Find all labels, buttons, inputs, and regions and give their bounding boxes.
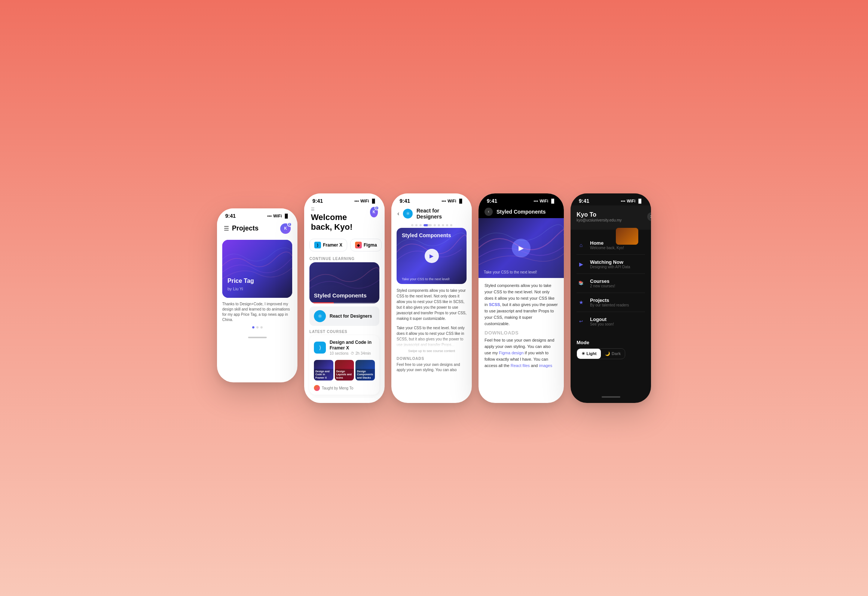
courses-title: Courses: [590, 278, 615, 284]
battery-icon-4: ▐▌: [550, 199, 556, 203]
course-info-1: Design and Code in Framer X 10 sections …: [330, 340, 375, 355]
scss-link: SCSS: [489, 302, 500, 307]
user-info: Kyo To kyo@ucsiuniversity.edu.my: [577, 211, 622, 222]
pdot-6: [442, 224, 444, 226]
dot-2: [256, 326, 259, 328]
pagination-dots: [217, 326, 297, 328]
user-avatar-1[interactable]: K 2: [280, 223, 291, 234]
back-icon-3[interactable]: ‹: [397, 210, 399, 217]
phone-menu: 9:41 ▪▪▪ WiFi ▐▌ Kyo To kyo@ucsiuniversi…: [571, 193, 651, 403]
menu-item-watching[interactable]: ▶ Watching Now Designing with API Data: [577, 255, 645, 274]
status-bar-3: 9:41 ▪▪▪ WiFi ▐▌: [391, 193, 472, 205]
downloads-label: DOWNLOADS: [397, 357, 467, 361]
user-avatar-2[interactable]: K 2: [370, 207, 378, 217]
projects-icon: ★: [577, 298, 586, 307]
dark-mode-button[interactable]: 🌙 Dark: [601, 349, 625, 359]
mode-section: Mode ☀ Light 🌙 Dark: [571, 334, 651, 365]
styled-body: Styled components allow you to take your…: [479, 278, 564, 377]
status-time-2: 9:41: [312, 198, 323, 204]
hamburger-area: ☰: [311, 207, 370, 212]
react-files-link[interactable]: React files: [511, 363, 530, 368]
pdot-7: [446, 224, 448, 226]
video-subtitle: Take your CSS to the next level!: [402, 277, 450, 281]
mode-label: Mode: [577, 340, 645, 345]
thumb-2: Design Layouts and Icons: [335, 360, 354, 380]
status-bar-1: 9:41 ▪▪▪ WiFi ▐▌: [217, 208, 297, 220]
play-button-3[interactable]: ▶: [425, 249, 439, 263]
instructor-1: Taught by Meng To: [309, 383, 379, 395]
battery-icon-3: ▐▌: [458, 199, 464, 203]
welcome-header: ☰ Welcome back, Kyo! K 2: [304, 205, 385, 236]
pdot-8: [450, 224, 452, 226]
thumb-label-1: Design and Code in Framer X: [314, 369, 333, 380]
phone-styled-components: 9:41 ▪▪▪ WiFi ▐▌ ‹ Styled Components ▶ T…: [479, 193, 564, 403]
back-button-4[interactable]: ‹: [485, 208, 493, 216]
course-title-1: Design and Code in Framer X: [330, 340, 375, 351]
pdot-2: [415, 224, 418, 226]
styled-nav-title: Styled Components: [496, 209, 545, 215]
projects-title: Projects: [232, 224, 259, 232]
projects-menu-title: Projects: [590, 297, 629, 303]
thumb-label-2: Design Layouts and Icons: [335, 369, 354, 380]
progress-bar: [309, 302, 379, 303]
status-time-5: 9:41: [579, 198, 589, 204]
course-card-2[interactable]: ◈ Design System in Figma 10 sections ⏱ 2…: [309, 398, 379, 403]
pdot-1: [411, 224, 413, 226]
tab-framer-label: Framer X: [323, 242, 342, 248]
styled-nav: ‹ Styled Components: [479, 205, 564, 218]
battery-icon: ▐▌: [283, 214, 289, 218]
menu-item-projects[interactable]: ★ Projects By our talented readers: [577, 293, 645, 312]
pdot-4: [434, 224, 436, 226]
instructor-name-1: Taught by Meng To: [322, 386, 353, 390]
sub-card-title: React for Designers: [330, 314, 372, 319]
greeting-text: Welcome back, Kyo!: [311, 213, 370, 232]
continue-learning-card[interactable]: Styled Components: [309, 262, 379, 303]
menu-item-courses[interactable]: 📚 Courses 2 new courses!: [577, 274, 645, 293]
course-content: Styled components allow you to take your…: [391, 284, 472, 325]
downloads-text: Feel free to use your own designs and ap…: [397, 362, 467, 373]
wifi-icon-5: WiFi: [627, 199, 635, 203]
dot-1: [252, 326, 254, 328]
navigation-menu: ⌂ Home Welcome back, Kyo! ▶ Watching Now…: [571, 236, 651, 331]
swipe-hint: Swipe up to see course content: [391, 348, 472, 354]
figma-design-link[interactable]: Figma design: [499, 351, 524, 355]
tab-framer[interactable]: ⟩ Framer X: [309, 239, 347, 251]
continue-card-title: Styled Components: [314, 292, 367, 299]
react-designers-card[interactable]: ⚛ React for Designers: [309, 306, 379, 326]
menu-item-logout[interactable]: ↩ Logout See you soon!: [577, 312, 645, 331]
phones-container: 9:41 ▪▪▪ WiFi ▐▌ ☰ Projects K 2: [202, 171, 666, 425]
downloads-section: DOWNLOADS Feel free to use your own desi…: [391, 354, 472, 375]
images-link[interactable]: images: [539, 363, 552, 368]
courses-icon: 📚: [577, 279, 586, 288]
projects-header: ☰ Projects K 2: [217, 220, 297, 238]
video-section[interactable]: Styled Components ▶ Take your CSS to the…: [397, 228, 467, 284]
signal-icon: ▪▪▪: [268, 214, 272, 218]
wifi-icon-2: WiFi: [360, 199, 369, 203]
status-bar-4: 9:41 ▪▪▪ WiFi ▐▌: [479, 193, 564, 205]
phone-projects: 9:41 ▪▪▪ WiFi ▐▌ ☰ Projects K 2: [217, 208, 297, 382]
status-time-3: 9:41: [400, 198, 410, 204]
moon-icon: 🌙: [605, 351, 610, 356]
react-icon-small: ⚛: [314, 310, 326, 322]
signal-icon-4: ▪▪▪: [534, 199, 538, 203]
latest-courses-label: LATEST COURSES: [304, 326, 385, 335]
menu-icon[interactable]: ☰: [224, 225, 229, 232]
course-nav-title: React for Designers: [416, 208, 466, 220]
thumb-3: Design Components and Stacks: [355, 360, 375, 380]
close-button[interactable]: ✕: [647, 212, 651, 221]
progress-fill: [309, 302, 334, 303]
home-indicator: [217, 333, 297, 343]
light-mode-button[interactable]: ☀ Light: [577, 349, 601, 359]
continue-learning-label: CONTINUE LEARNING: [304, 254, 385, 262]
tab-figma[interactable]: ◈ Figma: [350, 239, 382, 251]
mode-toggle: ☀ Light 🌙 Dark: [577, 348, 625, 359]
status-time-4: 9:41: [487, 198, 497, 204]
pdot-3: [419, 224, 422, 226]
course-card-1[interactable]: ⟩ Design and Code in Framer X 10 section…: [309, 335, 379, 395]
styled-video[interactable]: ▶ Take your CSS to the next level!: [479, 218, 564, 278]
styled-content-p2: Feel free to use your own designs and ap…: [485, 337, 558, 369]
home-subtitle: Welcome back, Kyo!: [590, 246, 624, 250]
card-subtitle: by Liu Yi: [227, 287, 243, 291]
profile-header: Kyo To kyo@ucsiuniversity.edu.my ✕: [571, 205, 651, 230]
price-tag-card[interactable]: Price Tag by Liu Yi: [222, 240, 292, 298]
